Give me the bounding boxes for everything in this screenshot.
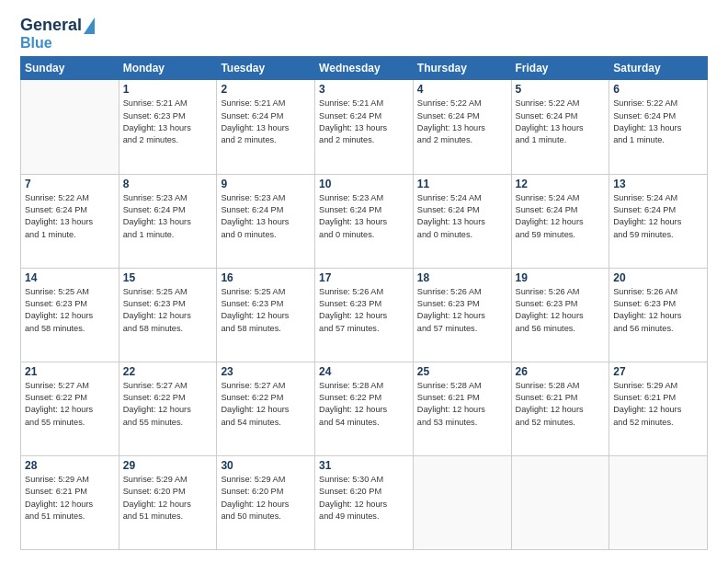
- day-number: 27: [613, 365, 703, 378]
- day-number: 1: [123, 83, 213, 96]
- calendar-cell: 20Sunrise: 5:26 AMSunset: 6:23 PMDayligh…: [609, 268, 708, 362]
- day-info: Sunrise: 5:29 AMSunset: 6:20 PMDaylight:…: [221, 474, 311, 523]
- day-number: 26: [516, 365, 606, 378]
- day-info: Sunrise: 5:29 AMSunset: 6:21 PMDaylight:…: [25, 474, 115, 523]
- calendar-table: SundayMondayTuesdayWednesdayThursdayFrid…: [20, 56, 708, 550]
- calendar-cell: 25Sunrise: 5:28 AMSunset: 6:21 PMDayligh…: [413, 362, 511, 455]
- calendar-cell: 26Sunrise: 5:28 AMSunset: 6:21 PMDayligh…: [511, 362, 609, 455]
- day-info: Sunrise: 5:27 AMSunset: 6:22 PMDaylight:…: [25, 380, 115, 429]
- day-number: 18: [417, 271, 507, 284]
- day-info: Sunrise: 5:22 AMSunset: 6:24 PMDaylight:…: [25, 192, 115, 241]
- day-info: Sunrise: 5:23 AMSunset: 6:24 PMDaylight:…: [221, 192, 311, 241]
- day-number: 22: [123, 365, 213, 378]
- day-info: Sunrise: 5:21 AMSunset: 6:24 PMDaylight:…: [319, 98, 409, 146]
- day-info: Sunrise: 5:24 AMSunset: 6:24 PMDaylight:…: [417, 192, 507, 241]
- calendar-cell: 28Sunrise: 5:29 AMSunset: 6:21 PMDayligh…: [21, 455, 119, 549]
- calendar-cell: 11Sunrise: 5:24 AMSunset: 6:24 PMDayligh…: [413, 174, 511, 268]
- calendar-cell: 19Sunrise: 5:26 AMSunset: 6:23 PMDayligh…: [511, 268, 609, 362]
- logo-text: General: [20, 17, 95, 35]
- calendar-cell: 15Sunrise: 5:25 AMSunset: 6:23 PMDayligh…: [119, 268, 217, 362]
- day-info: Sunrise: 5:23 AMSunset: 6:24 PMDaylight:…: [319, 192, 409, 241]
- day-number: 13: [613, 178, 703, 190]
- calendar-cell: [609, 455, 708, 549]
- calendar-cell: [413, 455, 511, 549]
- calendar-cell: 9Sunrise: 5:23 AMSunset: 6:24 PMDaylight…: [217, 174, 315, 268]
- calendar-cell: 12Sunrise: 5:24 AMSunset: 6:24 PMDayligh…: [511, 174, 609, 268]
- calendar-cell: 27Sunrise: 5:29 AMSunset: 6:21 PMDayligh…: [609, 362, 708, 455]
- day-number: 9: [221, 178, 311, 190]
- day-number: 28: [25, 459, 115, 472]
- calendar-cell: 21Sunrise: 5:27 AMSunset: 6:22 PMDayligh…: [21, 362, 119, 455]
- day-number: 21: [25, 365, 115, 378]
- day-number: 30: [221, 459, 311, 472]
- calendar-cell: 1Sunrise: 5:21 AMSunset: 6:23 PMDaylight…: [119, 80, 217, 174]
- calendar-cell: 30Sunrise: 5:29 AMSunset: 6:20 PMDayligh…: [217, 455, 315, 549]
- day-info: Sunrise: 5:28 AMSunset: 6:22 PMDaylight:…: [319, 380, 409, 429]
- day-number: 24: [319, 365, 409, 378]
- weekday-header-saturday: Saturday: [609, 57, 708, 80]
- day-number: 29: [123, 459, 213, 472]
- day-info: Sunrise: 5:23 AMSunset: 6:24 PMDaylight:…: [123, 192, 213, 241]
- calendar-cell: 5Sunrise: 5:22 AMSunset: 6:24 PMDaylight…: [511, 80, 609, 174]
- day-info: Sunrise: 5:22 AMSunset: 6:24 PMDaylight:…: [417, 98, 507, 146]
- day-info: Sunrise: 5:24 AMSunset: 6:24 PMDaylight:…: [613, 192, 703, 241]
- day-number: 31: [319, 459, 409, 472]
- weekday-header-monday: Monday: [119, 57, 217, 80]
- calendar-cell: 18Sunrise: 5:26 AMSunset: 6:23 PMDayligh…: [413, 268, 511, 362]
- day-number: 20: [613, 271, 703, 284]
- day-number: 10: [319, 178, 409, 190]
- day-number: 17: [319, 271, 409, 284]
- day-number: 19: [516, 271, 606, 284]
- day-info: Sunrise: 5:24 AMSunset: 6:24 PMDaylight:…: [516, 192, 606, 241]
- day-info: Sunrise: 5:22 AMSunset: 6:24 PMDaylight:…: [613, 98, 703, 146]
- day-number: 11: [417, 178, 507, 190]
- day-info: Sunrise: 5:27 AMSunset: 6:22 PMDaylight:…: [123, 380, 213, 429]
- calendar-cell: 17Sunrise: 5:26 AMSunset: 6:23 PMDayligh…: [315, 268, 414, 362]
- day-info: Sunrise: 5:22 AMSunset: 6:24 PMDaylight:…: [516, 98, 606, 146]
- weekday-header-tuesday: Tuesday: [217, 57, 315, 80]
- calendar-cell: [21, 80, 119, 174]
- day-info: Sunrise: 5:25 AMSunset: 6:23 PMDaylight:…: [25, 286, 115, 335]
- day-info: Sunrise: 5:28 AMSunset: 6:21 PMDaylight:…: [516, 380, 606, 429]
- day-info: Sunrise: 5:30 AMSunset: 6:20 PMDaylight:…: [319, 474, 409, 523]
- day-info: Sunrise: 5:26 AMSunset: 6:23 PMDaylight:…: [319, 286, 409, 335]
- day-number: 14: [25, 271, 115, 284]
- day-number: 8: [123, 178, 213, 190]
- day-number: 16: [221, 271, 311, 284]
- weekday-header-sunday: Sunday: [21, 57, 119, 80]
- day-number: 15: [123, 271, 213, 284]
- day-number: 12: [516, 178, 606, 190]
- calendar-cell: 16Sunrise: 5:25 AMSunset: 6:23 PMDayligh…: [217, 268, 315, 362]
- logo: General Blue: [20, 17, 95, 51]
- day-info: Sunrise: 5:25 AMSunset: 6:23 PMDaylight:…: [221, 286, 311, 335]
- day-info: Sunrise: 5:29 AMSunset: 6:21 PMDaylight:…: [613, 380, 703, 429]
- calendar-cell: 6Sunrise: 5:22 AMSunset: 6:24 PMDaylight…: [609, 80, 708, 174]
- day-number: 3: [319, 83, 409, 96]
- calendar-cell: 22Sunrise: 5:27 AMSunset: 6:22 PMDayligh…: [119, 362, 217, 455]
- calendar-cell: [511, 455, 609, 549]
- day-info: Sunrise: 5:26 AMSunset: 6:23 PMDaylight:…: [613, 286, 703, 335]
- calendar-cell: 29Sunrise: 5:29 AMSunset: 6:20 PMDayligh…: [119, 455, 217, 549]
- day-number: 4: [417, 83, 507, 96]
- calendar-cell: 7Sunrise: 5:22 AMSunset: 6:24 PMDaylight…: [21, 174, 119, 268]
- day-info: Sunrise: 5:27 AMSunset: 6:22 PMDaylight:…: [221, 380, 311, 429]
- calendar-cell: 23Sunrise: 5:27 AMSunset: 6:22 PMDayligh…: [217, 362, 315, 455]
- calendar-cell: 31Sunrise: 5:30 AMSunset: 6:20 PMDayligh…: [315, 455, 414, 549]
- logo-subtext: Blue: [20, 35, 52, 52]
- day-info: Sunrise: 5:26 AMSunset: 6:23 PMDaylight:…: [516, 286, 606, 335]
- day-number: 23: [221, 365, 311, 378]
- day-info: Sunrise: 5:21 AMSunset: 6:23 PMDaylight:…: [123, 98, 213, 146]
- calendar-cell: 10Sunrise: 5:23 AMSunset: 6:24 PMDayligh…: [315, 174, 414, 268]
- calendar-cell: 4Sunrise: 5:22 AMSunset: 6:24 PMDaylight…: [413, 80, 511, 174]
- calendar-cell: 13Sunrise: 5:24 AMSunset: 6:24 PMDayligh…: [609, 174, 708, 268]
- calendar-cell: 2Sunrise: 5:21 AMSunset: 6:24 PMDaylight…: [217, 80, 315, 174]
- weekday-header-thursday: Thursday: [413, 57, 511, 80]
- day-info: Sunrise: 5:28 AMSunset: 6:21 PMDaylight:…: [417, 380, 507, 429]
- day-info: Sunrise: 5:29 AMSunset: 6:20 PMDaylight:…: [123, 474, 213, 523]
- calendar-cell: 3Sunrise: 5:21 AMSunset: 6:24 PMDaylight…: [315, 80, 414, 174]
- weekday-header-wednesday: Wednesday: [315, 57, 414, 80]
- calendar-cell: 8Sunrise: 5:23 AMSunset: 6:24 PMDaylight…: [119, 174, 217, 268]
- day-number: 7: [25, 178, 115, 190]
- header: General Blue: [20, 17, 708, 51]
- weekday-header-friday: Friday: [511, 57, 609, 80]
